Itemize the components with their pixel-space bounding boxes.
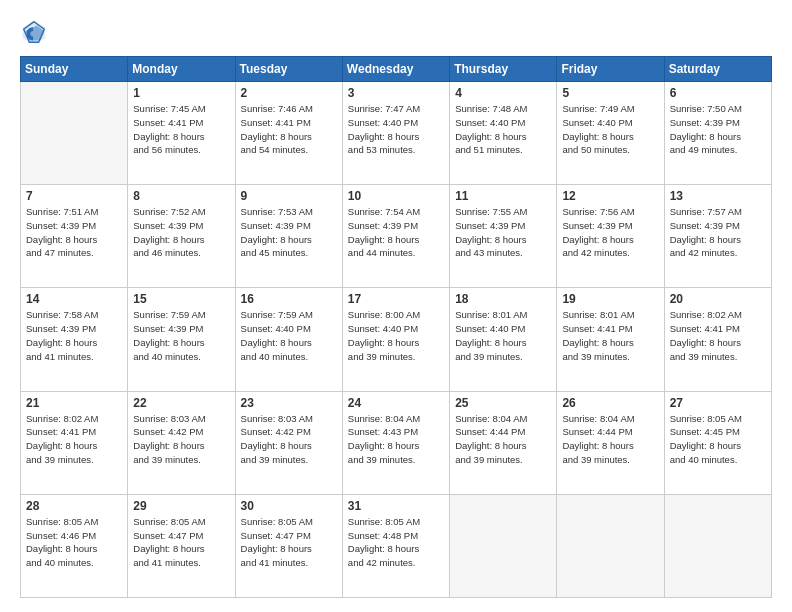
day-number: 16 bbox=[241, 292, 337, 306]
calendar-cell: 26Sunrise: 8:04 AM Sunset: 4:44 PM Dayli… bbox=[557, 391, 664, 494]
calendar-header-row: SundayMondayTuesdayWednesdayThursdayFrid… bbox=[21, 57, 772, 82]
logo-icon bbox=[20, 18, 48, 46]
day-number: 1 bbox=[133, 86, 229, 100]
day-number: 8 bbox=[133, 189, 229, 203]
calendar-cell: 23Sunrise: 8:03 AM Sunset: 4:42 PM Dayli… bbox=[235, 391, 342, 494]
cell-content: Sunrise: 7:46 AM Sunset: 4:41 PM Dayligh… bbox=[241, 102, 337, 157]
week-row-2: 14Sunrise: 7:58 AM Sunset: 4:39 PM Dayli… bbox=[21, 288, 772, 391]
calendar-cell: 14Sunrise: 7:58 AM Sunset: 4:39 PM Dayli… bbox=[21, 288, 128, 391]
day-number: 21 bbox=[26, 396, 122, 410]
cell-content: Sunrise: 7:52 AM Sunset: 4:39 PM Dayligh… bbox=[133, 205, 229, 260]
calendar-table: SundayMondayTuesdayWednesdayThursdayFrid… bbox=[20, 56, 772, 598]
col-header-wednesday: Wednesday bbox=[342, 57, 449, 82]
calendar-cell: 16Sunrise: 7:59 AM Sunset: 4:40 PM Dayli… bbox=[235, 288, 342, 391]
calendar-cell: 4Sunrise: 7:48 AM Sunset: 4:40 PM Daylig… bbox=[450, 82, 557, 185]
day-number: 14 bbox=[26, 292, 122, 306]
day-number: 23 bbox=[241, 396, 337, 410]
cell-content: Sunrise: 7:45 AM Sunset: 4:41 PM Dayligh… bbox=[133, 102, 229, 157]
cell-content: Sunrise: 8:03 AM Sunset: 4:42 PM Dayligh… bbox=[133, 412, 229, 467]
cell-content: Sunrise: 8:05 AM Sunset: 4:46 PM Dayligh… bbox=[26, 515, 122, 570]
calendar-cell bbox=[450, 494, 557, 597]
cell-content: Sunrise: 7:58 AM Sunset: 4:39 PM Dayligh… bbox=[26, 308, 122, 363]
cell-content: Sunrise: 8:05 AM Sunset: 4:47 PM Dayligh… bbox=[241, 515, 337, 570]
logo bbox=[20, 18, 52, 46]
day-number: 3 bbox=[348, 86, 444, 100]
cell-content: Sunrise: 7:53 AM Sunset: 4:39 PM Dayligh… bbox=[241, 205, 337, 260]
cell-content: Sunrise: 8:05 AM Sunset: 4:47 PM Dayligh… bbox=[133, 515, 229, 570]
cell-content: Sunrise: 7:55 AM Sunset: 4:39 PM Dayligh… bbox=[455, 205, 551, 260]
col-header-saturday: Saturday bbox=[664, 57, 771, 82]
calendar-cell: 17Sunrise: 8:00 AM Sunset: 4:40 PM Dayli… bbox=[342, 288, 449, 391]
day-number: 12 bbox=[562, 189, 658, 203]
cell-content: Sunrise: 7:51 AM Sunset: 4:39 PM Dayligh… bbox=[26, 205, 122, 260]
day-number: 2 bbox=[241, 86, 337, 100]
day-number: 22 bbox=[133, 396, 229, 410]
day-number: 27 bbox=[670, 396, 766, 410]
day-number: 17 bbox=[348, 292, 444, 306]
calendar-cell: 22Sunrise: 8:03 AM Sunset: 4:42 PM Dayli… bbox=[128, 391, 235, 494]
calendar-cell: 20Sunrise: 8:02 AM Sunset: 4:41 PM Dayli… bbox=[664, 288, 771, 391]
cell-content: Sunrise: 8:04 AM Sunset: 4:44 PM Dayligh… bbox=[455, 412, 551, 467]
week-row-1: 7Sunrise: 7:51 AM Sunset: 4:39 PM Daylig… bbox=[21, 185, 772, 288]
calendar-cell: 28Sunrise: 8:05 AM Sunset: 4:46 PM Dayli… bbox=[21, 494, 128, 597]
col-header-monday: Monday bbox=[128, 57, 235, 82]
day-number: 24 bbox=[348, 396, 444, 410]
day-number: 29 bbox=[133, 499, 229, 513]
calendar-cell: 9Sunrise: 7:53 AM Sunset: 4:39 PM Daylig… bbox=[235, 185, 342, 288]
col-header-sunday: Sunday bbox=[21, 57, 128, 82]
calendar-cell: 10Sunrise: 7:54 AM Sunset: 4:39 PM Dayli… bbox=[342, 185, 449, 288]
cell-content: Sunrise: 8:04 AM Sunset: 4:43 PM Dayligh… bbox=[348, 412, 444, 467]
cell-content: Sunrise: 7:50 AM Sunset: 4:39 PM Dayligh… bbox=[670, 102, 766, 157]
cell-content: Sunrise: 7:54 AM Sunset: 4:39 PM Dayligh… bbox=[348, 205, 444, 260]
cell-content: Sunrise: 8:05 AM Sunset: 4:45 PM Dayligh… bbox=[670, 412, 766, 467]
col-header-friday: Friday bbox=[557, 57, 664, 82]
calendar-cell: 29Sunrise: 8:05 AM Sunset: 4:47 PM Dayli… bbox=[128, 494, 235, 597]
cell-content: Sunrise: 8:05 AM Sunset: 4:48 PM Dayligh… bbox=[348, 515, 444, 570]
week-row-4: 28Sunrise: 8:05 AM Sunset: 4:46 PM Dayli… bbox=[21, 494, 772, 597]
cell-content: Sunrise: 7:56 AM Sunset: 4:39 PM Dayligh… bbox=[562, 205, 658, 260]
day-number: 13 bbox=[670, 189, 766, 203]
day-number: 18 bbox=[455, 292, 551, 306]
calendar-cell: 24Sunrise: 8:04 AM Sunset: 4:43 PM Dayli… bbox=[342, 391, 449, 494]
col-header-tuesday: Tuesday bbox=[235, 57, 342, 82]
calendar-cell: 5Sunrise: 7:49 AM Sunset: 4:40 PM Daylig… bbox=[557, 82, 664, 185]
week-row-3: 21Sunrise: 8:02 AM Sunset: 4:41 PM Dayli… bbox=[21, 391, 772, 494]
calendar-cell bbox=[21, 82, 128, 185]
calendar-cell: 30Sunrise: 8:05 AM Sunset: 4:47 PM Dayli… bbox=[235, 494, 342, 597]
cell-content: Sunrise: 7:59 AM Sunset: 4:39 PM Dayligh… bbox=[133, 308, 229, 363]
calendar-cell: 25Sunrise: 8:04 AM Sunset: 4:44 PM Dayli… bbox=[450, 391, 557, 494]
day-number: 7 bbox=[26, 189, 122, 203]
day-number: 30 bbox=[241, 499, 337, 513]
calendar-cell: 1Sunrise: 7:45 AM Sunset: 4:41 PM Daylig… bbox=[128, 82, 235, 185]
calendar-cell: 11Sunrise: 7:55 AM Sunset: 4:39 PM Dayli… bbox=[450, 185, 557, 288]
cell-content: Sunrise: 8:01 AM Sunset: 4:40 PM Dayligh… bbox=[455, 308, 551, 363]
day-number: 25 bbox=[455, 396, 551, 410]
day-number: 28 bbox=[26, 499, 122, 513]
day-number: 10 bbox=[348, 189, 444, 203]
day-number: 31 bbox=[348, 499, 444, 513]
calendar-cell: 21Sunrise: 8:02 AM Sunset: 4:41 PM Dayli… bbox=[21, 391, 128, 494]
calendar-cell: 2Sunrise: 7:46 AM Sunset: 4:41 PM Daylig… bbox=[235, 82, 342, 185]
calendar-cell bbox=[664, 494, 771, 597]
col-header-thursday: Thursday bbox=[450, 57, 557, 82]
calendar-cell: 3Sunrise: 7:47 AM Sunset: 4:40 PM Daylig… bbox=[342, 82, 449, 185]
cell-content: Sunrise: 8:00 AM Sunset: 4:40 PM Dayligh… bbox=[348, 308, 444, 363]
day-number: 15 bbox=[133, 292, 229, 306]
day-number: 20 bbox=[670, 292, 766, 306]
day-number: 11 bbox=[455, 189, 551, 203]
cell-content: Sunrise: 7:47 AM Sunset: 4:40 PM Dayligh… bbox=[348, 102, 444, 157]
cell-content: Sunrise: 8:02 AM Sunset: 4:41 PM Dayligh… bbox=[26, 412, 122, 467]
calendar-cell: 13Sunrise: 7:57 AM Sunset: 4:39 PM Dayli… bbox=[664, 185, 771, 288]
calendar-cell: 27Sunrise: 8:05 AM Sunset: 4:45 PM Dayli… bbox=[664, 391, 771, 494]
day-number: 5 bbox=[562, 86, 658, 100]
calendar-cell: 31Sunrise: 8:05 AM Sunset: 4:48 PM Dayli… bbox=[342, 494, 449, 597]
cell-content: Sunrise: 8:04 AM Sunset: 4:44 PM Dayligh… bbox=[562, 412, 658, 467]
calendar-cell: 7Sunrise: 7:51 AM Sunset: 4:39 PM Daylig… bbox=[21, 185, 128, 288]
cell-content: Sunrise: 7:49 AM Sunset: 4:40 PM Dayligh… bbox=[562, 102, 658, 157]
cell-content: Sunrise: 7:48 AM Sunset: 4:40 PM Dayligh… bbox=[455, 102, 551, 157]
day-number: 4 bbox=[455, 86, 551, 100]
calendar-cell: 19Sunrise: 8:01 AM Sunset: 4:41 PM Dayli… bbox=[557, 288, 664, 391]
week-row-0: 1Sunrise: 7:45 AM Sunset: 4:41 PM Daylig… bbox=[21, 82, 772, 185]
calendar-cell: 12Sunrise: 7:56 AM Sunset: 4:39 PM Dayli… bbox=[557, 185, 664, 288]
day-number: 9 bbox=[241, 189, 337, 203]
